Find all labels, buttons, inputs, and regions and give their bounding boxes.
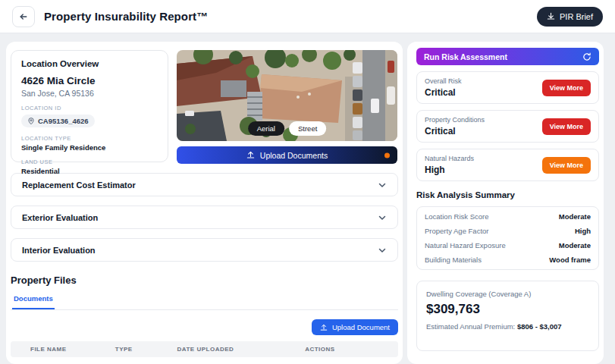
view-more-button[interactable]: View More <box>542 80 591 96</box>
empty-row: No documents uploaded yet. <box>11 357 398 364</box>
main-content: Location Overview 4626 Mia Circle San Jo… <box>0 33 615 364</box>
view-more-button[interactable]: View More <box>542 118 591 135</box>
view-more-button[interactable]: View More <box>542 157 591 174</box>
risk-value: High <box>425 165 474 175</box>
risk-card-natural-hazards: Natural Hazards High View More <box>416 149 599 181</box>
map-view-toggle: Aerial Street <box>248 121 327 136</box>
download-icon <box>547 12 555 20</box>
summary-row: Property Age Factor High <box>417 224 598 238</box>
col-date-uploaded: DATE UPLOADED <box>170 341 298 357</box>
location-id-label: LOCATION ID <box>21 105 158 111</box>
run-risk-assessment-label: Run Risk Assessment <box>424 52 507 61</box>
accordion-exterior-evaluation[interactable]: Exterior Evaluation <box>11 206 398 229</box>
accordion-replacement-cost-estimator[interactable]: Replacement Cost Estimator <box>11 173 398 196</box>
summary-label: Property Age Factor <box>425 227 488 235</box>
property-address: 4626 Mia Circle <box>21 75 158 86</box>
risk-label: Overall Risk <box>425 77 462 85</box>
land-use-label: LAND USE <box>21 158 158 165</box>
risk-card-overall: Overall Risk Critical View More <box>416 71 599 104</box>
tab-documents[interactable]: Documents <box>12 294 55 309</box>
dwelling-coverage-card: Dwelling Coverage (Coverage A) $309,763 … <box>416 281 599 351</box>
accordion-label: Interior Evaluation <box>22 246 96 255</box>
risk-label: Natural Hazards <box>425 155 474 162</box>
back-button[interactable] <box>12 6 35 27</box>
risk-analysis-summary-title: Risk Analysis Summary <box>416 190 599 199</box>
upload-documents-button[interactable]: Upload Documents <box>177 146 397 164</box>
property-files-tabs: Documents <box>11 294 398 310</box>
summary-label: Location Risk Score <box>425 212 488 221</box>
upload-document-button[interactable]: Upload Document <box>312 319 398 335</box>
risk-analysis-summary-card: Location Risk Score Moderate Property Ag… <box>416 206 599 270</box>
chevron-down-icon <box>378 246 387 255</box>
location-id-value: CA95136_4626 <box>38 117 89 125</box>
pir-brief-button[interactable]: PIR Brief <box>537 7 603 27</box>
risk-card-property-conditions: Property Conditions Critical View More <box>416 110 599 143</box>
location-overview-card: Location Overview 4626 Mia Circle San Jo… <box>11 50 168 162</box>
notification-dot <box>384 152 390 158</box>
summary-row: Building Materials Wood frame <box>417 253 598 267</box>
coverage-label: Dwelling Coverage (Coverage A) <box>426 290 589 298</box>
documents-table-header: FILE NAME TYPE DATE UPLOADED ACTIONS <box>11 341 398 357</box>
aerial-toggle-button[interactable]: Aerial <box>248 121 284 136</box>
upload-document-row: Upload Document <box>11 319 398 335</box>
map-control[interactable] <box>387 86 395 105</box>
property-city: San Jose, CA 95136 <box>21 89 158 98</box>
accordion-interior-evaluation[interactable]: Interior Evaluation <box>11 238 398 262</box>
land-use-value: Residential <box>21 167 158 175</box>
chevron-down-icon <box>378 180 387 190</box>
empty-message: No documents uploaded yet. <box>11 357 398 364</box>
premium-line: Estimated Annual Premium: $806 - $3,007 <box>426 322 589 331</box>
accordion-label: Exterior Evaluation <box>22 213 98 222</box>
risk-panel: Run Risk Assessment Overall Risk Critica… <box>407 42 604 364</box>
property-files-title: Property Files <box>11 275 398 286</box>
summary-row: Location Risk Score Moderate <box>417 209 598 224</box>
summary-value: High <box>575 227 591 235</box>
documents-table: FILE NAME TYPE DATE UPLOADED ACTIONS No … <box>11 341 398 364</box>
risk-value: Critical <box>425 87 462 98</box>
location-id-badge: CA95136_4626 <box>21 115 95 127</box>
left-panel: Location Overview 4626 Mia Circle San Jo… <box>6 42 403 364</box>
pir-brief-label: PIR Brief <box>560 12 593 21</box>
accordion-label: Replacement Cost Estimator <box>22 180 136 190</box>
refresh-icon <box>582 52 591 61</box>
summary-value: Moderate <box>559 241 591 249</box>
map-pin-icon <box>27 118 35 125</box>
coverage-amount: $309,763 <box>426 302 589 317</box>
summary-label: Natural Hazard Exposure <box>425 241 506 249</box>
location-type-value: Single Family Residence <box>21 143 158 152</box>
aerial-map[interactable]: Aerial Street <box>177 50 397 141</box>
map-column: Aerial Street Upload Documents <box>177 50 397 164</box>
app-header: Property Insurability Report™ PIR Brief <box>0 0 615 33</box>
summary-row: Natural Hazard Exposure Moderate <box>417 238 598 253</box>
summary-value: Moderate <box>559 212 591 221</box>
upload-icon <box>246 151 255 159</box>
page-title: Property Insurability Report™ <box>44 10 208 23</box>
arrow-left-icon <box>19 12 28 21</box>
summary-label: Building Materials <box>425 256 482 264</box>
upload-icon <box>320 324 328 331</box>
premium-value: $806 - $3,007 <box>517 322 562 331</box>
risk-value: Critical <box>425 126 485 136</box>
chevron-down-icon <box>378 213 387 222</box>
summary-value: Wood frame <box>549 256 591 264</box>
street-toggle-button[interactable]: Street <box>289 121 326 136</box>
upload-document-label: Upload Document <box>332 323 390 331</box>
risk-label: Property Conditions <box>425 116 485 124</box>
premium-label: Estimated Annual Premium: <box>426 322 515 331</box>
upload-documents-label: Upload Documents <box>260 151 328 160</box>
location-overview-title: Location Overview <box>21 59 158 68</box>
col-actions: ACTIONS <box>297 341 398 357</box>
col-type: TYPE <box>108 341 170 357</box>
run-risk-assessment-button[interactable]: Run Risk Assessment <box>416 48 599 65</box>
top-row: Location Overview 4626 Mia Circle San Jo… <box>11 50 398 164</box>
location-type-label: LOCATION TYPE <box>21 135 158 142</box>
col-file-name: FILE NAME <box>11 341 108 357</box>
